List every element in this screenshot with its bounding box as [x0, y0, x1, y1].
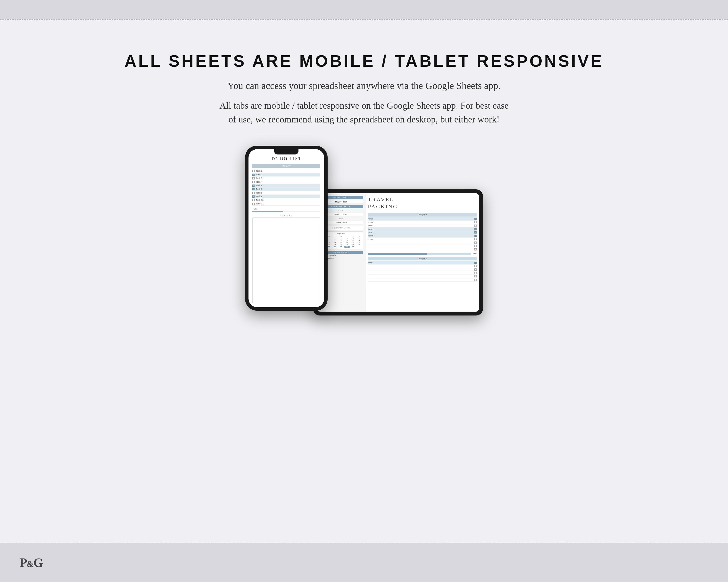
tablet-right-panel: TRAVELPACKING Category 1 Item 1 ✓ Item 2: [365, 193, 479, 312]
table-row: [368, 241, 476, 244]
table-row: Item 1 ✓: [368, 261, 476, 265]
cal-day: 14: [332, 242, 338, 244]
item-checkbox: ✓: [474, 228, 476, 230]
item-checkbox: ✓: [474, 231, 476, 233]
cal-day: 31: [350, 246, 356, 248]
phone-progress-section: 45%: [252, 207, 320, 212]
brand-logo: P&G: [19, 556, 43, 570]
cal-day: [332, 237, 338, 239]
category1-items: Item 1 ✓ Item 2 Item 3: [368, 217, 476, 251]
item-checkbox: [474, 238, 476, 240]
cal-day-header: F: [350, 235, 356, 237]
item-checkbox: [474, 221, 476, 223]
item-checkbox: [474, 242, 476, 244]
cal-day-today: 30: [344, 246, 350, 248]
cal-day: [356, 246, 362, 248]
task-checkbox: ✓: [252, 195, 255, 198]
cal-day: 2: [344, 237, 350, 239]
phone-task-list: Task 1 ✓ Task 2 Task 3 Task 4: [252, 169, 320, 206]
table-row: [368, 278, 476, 281]
table-row: Item 3: [368, 224, 476, 227]
phone-screen: TO DO LIST TODAY Task 1 ✓ Task 2: [249, 149, 324, 307]
page-headline: ALL SHEETS ARE MOBILE / TABLET RESPONSIV…: [125, 51, 603, 70]
devices-container: TO DO LIST TODAY Task 1 ✓ Task 2: [29, 146, 699, 315]
table-row: Item 6 ✓: [368, 234, 476, 238]
cal-day: 24: [350, 244, 356, 246]
task-checkbox: [252, 170, 255, 172]
cal-day: 21: [332, 244, 338, 246]
table-row: ✓ Task 5: [252, 184, 320, 188]
cal-day: 1: [338, 237, 344, 239]
item-checkbox: ✓: [474, 235, 476, 237]
cal-day: 9: [344, 239, 350, 241]
task-checkbox: ✓: [252, 174, 255, 176]
task-checkbox: [252, 177, 255, 179]
table-row: [368, 275, 476, 278]
main-container: ALL SHEETS ARE MOBILE / TABLET RESPONSIV…: [0, 20, 728, 543]
table-row: Item 1 ✓: [368, 217, 476, 221]
cal-day: 28: [332, 246, 338, 248]
table-row: Item 2: [368, 221, 476, 224]
category4-header: Category 4: [368, 257, 476, 260]
table-row: Task 3: [252, 176, 320, 180]
item-checkbox: [474, 275, 476, 277]
task-checkbox: [252, 181, 255, 183]
cal-day: 3: [350, 237, 356, 239]
cal-day: 11: [356, 239, 362, 241]
item-checkbox: ✓: [474, 218, 476, 220]
cal-day-header: W: [338, 235, 344, 237]
phone-notepad-area: [252, 217, 320, 303]
table-row: [368, 265, 476, 268]
table-row: Task 4: [252, 180, 320, 184]
task-checkbox: ✓: [252, 188, 255, 190]
cal-day: 29: [338, 246, 344, 248]
category1-progress: 57%: [368, 253, 476, 255]
cal-day: 22: [338, 244, 344, 246]
table-row: [368, 248, 476, 251]
item-checkbox: [474, 272, 476, 274]
phone-progress-pct: 45%: [252, 207, 257, 210]
cal-day: 8: [338, 239, 344, 241]
table-row: Item 4 ✓: [368, 227, 476, 231]
top-bar: [0, 0, 728, 20]
phone-notepad-label: NOTEPAD: [252, 214, 320, 216]
cal-day-header: T: [332, 235, 338, 237]
subtitle-2: All tabs are mobile / tablet responsive …: [219, 99, 509, 126]
item-checkbox: [474, 245, 476, 247]
item-checkbox: [474, 279, 476, 281]
cal-day: 4: [356, 237, 362, 239]
category1-header: Category 1: [368, 213, 476, 217]
phone-mockup: TO DO LIST TODAY Task 1 ✓ Task 2: [245, 146, 328, 311]
cal-day: 10: [350, 239, 356, 241]
table-row: [368, 268, 476, 271]
cal-day: 18: [356, 242, 362, 244]
progress-pct: 57%: [473, 253, 476, 255]
cal-day: 17: [350, 242, 356, 244]
phone-app-title: TO DO LIST: [252, 157, 320, 162]
table-row: Task 1: [252, 169, 320, 173]
cal-day: 23: [344, 244, 350, 246]
category4-items: Item 1 ✓: [368, 261, 476, 281]
phone-progress-fill: [252, 211, 283, 212]
progress-bar-fill: [368, 253, 427, 255]
cal-day: 15: [338, 242, 344, 244]
item-checkbox: [474, 225, 476, 227]
item-checkbox: [474, 265, 476, 267]
tablet-mockup: TODAY'S DATE May 30, 2024 VACATION DATES…: [313, 189, 483, 315]
table-row: ✓ Task 9: [252, 195, 320, 198]
phone-progress-bar: [252, 211, 320, 212]
table-row: Item 5 ✓: [368, 231, 476, 234]
table-row: ✓ Task 6: [252, 188, 320, 191]
phone-frame: TO DO LIST TODAY Task 1 ✓ Task 2: [245, 146, 328, 311]
table-row: Task 8: [252, 191, 320, 195]
phone-notch: [274, 149, 298, 155]
tablet-frame: TODAY'S DATE May 30, 2024 VACATION DATES…: [313, 189, 483, 315]
table-row: Task 11: [252, 202, 320, 206]
task-checkbox: [252, 203, 255, 205]
progress-bar-bg: [368, 253, 471, 255]
cal-day-header: T: [344, 235, 350, 237]
task-checkbox: [252, 199, 255, 201]
task-checkbox: ✓: [252, 185, 255, 187]
item-checkbox: [474, 269, 476, 271]
subtitle-1: You can access your spreadsheet anywhere…: [227, 80, 501, 91]
